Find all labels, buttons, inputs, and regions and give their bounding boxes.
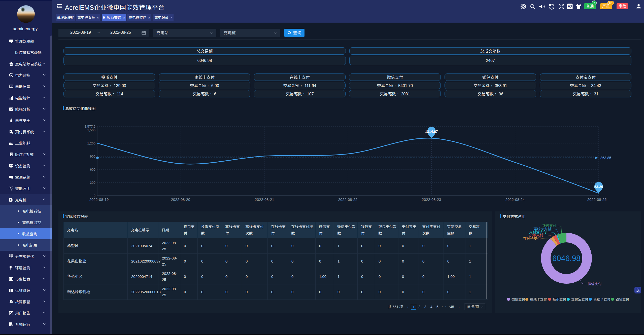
svg-text:支付宝支付: 支付宝支付 bbox=[571, 297, 588, 301]
svg-text:2022-08-22: 2022-08-22 bbox=[338, 197, 358, 202]
svg-text:离线卡支付: 离线卡支付 bbox=[593, 297, 611, 301]
svg-text:1,577.6: 1,577.6 bbox=[85, 125, 95, 128]
svg-text:1,500: 1,500 bbox=[87, 128, 95, 132]
svg-text:2022-08-25: 2022-08-25 bbox=[587, 197, 607, 202]
svg-text:2022-08-20: 2022-08-20 bbox=[171, 197, 190, 202]
svg-text:2022-08-19: 2022-08-19 bbox=[89, 197, 109, 202]
svg-text:0: 0 bbox=[94, 194, 95, 198]
svg-text:2022-08-24: 2022-08-24 bbox=[505, 197, 525, 202]
svg-text:2022-08-21: 2022-08-21 bbox=[255, 197, 274, 202]
svg-text:1314.67: 1314.67 bbox=[425, 130, 438, 134]
svg-text:6046.98: 6046.98 bbox=[552, 254, 581, 263]
svg-text:投币支付: 投币支付 bbox=[553, 297, 566, 301]
svg-text:微信支付: 微信支付 bbox=[512, 297, 525, 301]
svg-text:600: 600 bbox=[90, 168, 95, 171]
svg-text:钱包支付: 钱包支付 bbox=[616, 297, 629, 301]
svg-text:在线卡支付: 在线卡支付 bbox=[523, 237, 541, 241]
svg-text:300: 300 bbox=[90, 181, 95, 184]
svg-text:1,200: 1,200 bbox=[87, 141, 95, 145]
svg-text:在线卡支付: 在线卡支付 bbox=[530, 297, 547, 301]
svg-text:863.85: 863.85 bbox=[600, 156, 611, 160]
svg-text:$: $ bbox=[11, 63, 12, 65]
svg-text:A: A bbox=[568, 4, 570, 8]
svg-text:2022-08-23: 2022-08-23 bbox=[422, 197, 441, 202]
svg-text:微信支付: 微信支付 bbox=[588, 282, 602, 286]
svg-text:53.29: 53.29 bbox=[594, 185, 603, 189]
svg-text:900: 900 bbox=[90, 155, 95, 158]
